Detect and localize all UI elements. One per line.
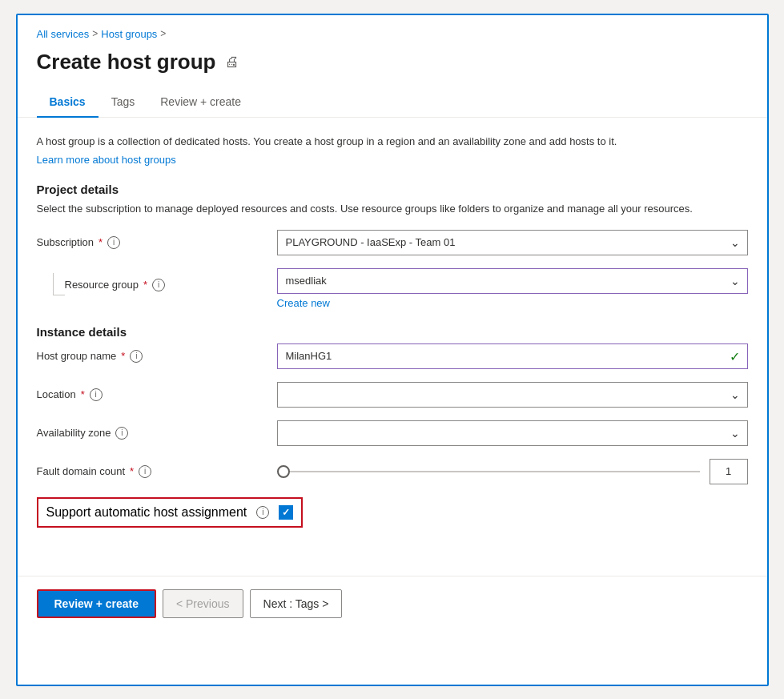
resource-group-label: Resource group <box>65 279 139 291</box>
location-row: Location * i <box>37 382 748 408</box>
create-new-link[interactable]: Create new <box>277 297 748 309</box>
breadcrumb: All services > Host groups > <box>18 15 767 46</box>
resource-group-row: Resource group * i msedliak Create new <box>37 268 748 309</box>
page-title: Create host group <box>37 50 216 74</box>
host-group-name-required: * <box>121 350 125 362</box>
subscription-select-wrapper: PLAYGROUND - IaaSExp - Team 01 <box>277 230 748 255</box>
fault-domain-count-label: Fault domain count <box>37 465 126 477</box>
fault-domain-count-control: 1 <box>277 459 748 484</box>
tab-basics[interactable]: Basics <box>37 87 99 118</box>
host-group-name-row: Host group name * i ✓ <box>37 343 748 369</box>
fault-domain-slider[interactable] <box>277 471 700 472</box>
description-text: A host group is a collection of dedicate… <box>37 134 748 150</box>
fault-domain-count-info-icon[interactable]: i <box>139 465 151 478</box>
breadcrumb-host-groups[interactable]: Host groups <box>101 28 157 40</box>
resource-group-select[interactable]: msedliak <box>277 268 748 294</box>
availability-zone-row: Availability zone i <box>37 420 748 446</box>
location-label: Location <box>37 388 76 400</box>
subscription-required: * <box>99 236 103 248</box>
host-group-name-control: ✓ <box>277 343 748 369</box>
subscription-info-icon[interactable]: i <box>107 236 120 249</box>
subscription-select[interactable]: PLAYGROUND - IaaSExp - Team 01 <box>277 230 748 255</box>
host-group-name-label-col: Host group name * i <box>37 350 277 363</box>
location-select[interactable] <box>277 382 748 408</box>
resource-group-required: * <box>143 279 147 291</box>
host-group-name-info-icon[interactable]: i <box>130 350 143 363</box>
availability-zone-select[interactable] <box>277 420 748 446</box>
project-details-desc: Select the subscription to manage deploy… <box>37 201 748 217</box>
availability-zone-label: Availability zone <box>37 427 111 439</box>
availability-zone-info-icon[interactable]: i <box>115 427 128 440</box>
support-auto-checkbox[interactable] <box>279 505 293 520</box>
location-control <box>277 382 748 408</box>
fault-domain-count-required: * <box>130 465 134 477</box>
resource-group-select-wrapper: msedliak <box>277 268 748 294</box>
subscription-control: PLAYGROUND - IaaSExp - Team 01 <box>277 230 748 255</box>
fault-domain-count-label-col: Fault domain count * i <box>37 465 277 478</box>
tabs-row: Basics Tags Review + create <box>18 87 767 118</box>
host-group-name-check-icon: ✓ <box>730 348 740 364</box>
location-label-col: Location * i <box>37 388 277 401</box>
fault-domain-count-row: Fault domain count * i 1 <box>37 459 748 484</box>
section-project-details: Project details <box>37 183 748 196</box>
slider-container: 1 <box>277 459 748 484</box>
breadcrumb-sep-1: > <box>92 28 98 39</box>
section-instance-details: Instance details <box>37 325 748 339</box>
fault-domain-value: 1 <box>710 459 748 484</box>
content-area: A host group is a collection of dedicate… <box>18 118 767 556</box>
location-info-icon[interactable]: i <box>90 388 103 401</box>
subscription-row: Subscription * i PLAYGROUND - IaaSExp - … <box>37 230 748 255</box>
previous-button[interactable]: < Previous <box>163 589 243 618</box>
learn-more-link[interactable]: Learn more about host groups <box>37 154 176 166</box>
print-icon[interactable]: 🖨 <box>225 54 239 70</box>
availability-zone-select-wrapper <box>277 420 748 446</box>
footer-actions: Review + create < Previous Next : Tags > <box>18 576 767 631</box>
review-create-button[interactable]: Review + create <box>37 589 156 618</box>
resource-group-control: msedliak Create new <box>277 268 748 309</box>
location-select-wrapper <box>277 382 748 408</box>
availability-zone-label-col: Availability zone i <box>37 427 277 440</box>
subscription-label: Subscription <box>37 236 94 248</box>
tab-review-create[interactable]: Review + create <box>147 87 254 118</box>
tab-tags[interactable]: Tags <box>99 87 148 118</box>
support-auto-info-icon[interactable]: i <box>256 506 269 519</box>
location-required: * <box>81 388 85 400</box>
availability-zone-control <box>277 420 748 446</box>
support-auto-label: Support automatic host assignment <box>46 505 247 520</box>
host-group-name-input[interactable] <box>277 343 748 369</box>
subscription-label-col: Subscription * i <box>37 236 277 249</box>
breadcrumb-sep-2: > <box>160 28 166 39</box>
host-group-name-label: Host group name <box>37 350 117 362</box>
resource-group-label-inner: Resource group * i <box>65 273 166 291</box>
page-header: Create host group 🖨 <box>18 46 767 87</box>
resource-group-info-icon[interactable]: i <box>152 279 165 291</box>
main-container: All services > Host groups > Create host… <box>16 14 769 686</box>
host-group-name-input-wrapper: ✓ <box>277 343 748 369</box>
next-button[interactable]: Next : Tags > <box>250 589 343 618</box>
support-auto-row: Support automatic host assignment i <box>37 497 304 528</box>
breadcrumb-all-services[interactable]: All services <box>37 28 90 40</box>
